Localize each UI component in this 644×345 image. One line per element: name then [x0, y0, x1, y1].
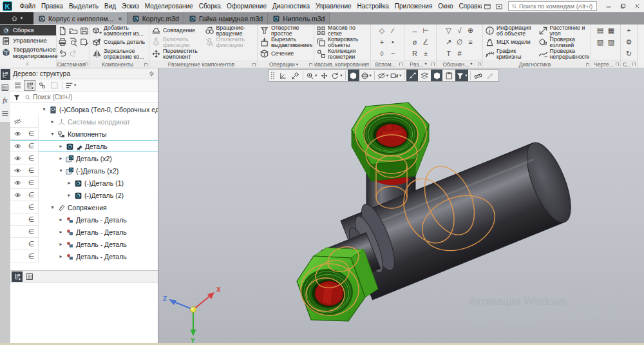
undo-icon[interactable] [57, 48, 68, 59]
expander-icon[interactable]: ▸ [50, 119, 55, 124]
hatch-icon[interactable]: ≡ [465, 37, 476, 48]
menu-item-2[interactable]: Выделить [66, 0, 101, 12]
add-feature-icon[interactable]: + [623, 25, 634, 36]
text-icon[interactable]: T [443, 48, 454, 59]
expander-icon[interactable]: ▸ [66, 192, 72, 198]
new-drawing-icon[interactable]: ▤ [595, 25, 606, 36]
tree-node[interactable]: ▾Компоненты [39, 128, 158, 140]
hide-objects-button[interactable]: ▾ [377, 70, 389, 81]
tree-node[interactable]: ▸(-)Деталь (1) [39, 177, 158, 189]
rotate-view-button[interactable]: ▾ [330, 70, 343, 81]
expander-icon[interactable]: ▸ [66, 180, 72, 186]
menu-item-4[interactable]: Эскиз [119, 0, 142, 12]
tree-node[interactable]: ▾(-)Деталь (x2) [39, 164, 158, 177]
close-tab-icon[interactable]: × [118, 15, 122, 23]
document-tab-3[interactable]: Ниппель.m3d [268, 12, 330, 25]
menu-item-8[interactable]: Диагностика [269, 0, 312, 12]
visibility-cell[interactable] [10, 177, 24, 189]
visibility-cell[interactable] [10, 201, 24, 213]
appearance-button[interactable] [431, 70, 442, 81]
auto-dimension-icon[interactable]: ↔ [410, 25, 421, 36]
group-pin-icon[interactable] [366, 63, 369, 66]
group-pin-icon[interactable] [431, 63, 435, 66]
menu-item-10[interactable]: Настройка [354, 0, 392, 12]
tree-relations-icon[interactable] [36, 80, 48, 91]
membership-cell[interactable]: ∈ [24, 140, 39, 152]
expander-icon[interactable]: ▸ [58, 229, 64, 235]
tree-bottom-tab-1[interactable] [24, 271, 35, 282]
visibility-cell[interactable] [10, 128, 24, 140]
visibility-cell[interactable] [10, 140, 24, 152]
group-pin-icon[interactable] [144, 63, 147, 66]
expander-icon[interactable]: ▾ [41, 106, 47, 112]
tree-item-12[interactable]: ∈▸Деталь - Деталь [10, 250, 158, 262]
expander-icon[interactable]: ▾ [58, 168, 64, 173]
minimize-button[interactable] [601, 0, 616, 12]
visibility-cell[interactable] [10, 250, 24, 262]
tree-item-7[interactable]: ∈▸(-)Деталь (2) [10, 189, 158, 201]
save-icon[interactable] [79, 25, 90, 36]
construction-axis-icon[interactable]: ∕ [388, 25, 399, 36]
toolbar-drag-handle[interactable] [270, 72, 275, 80]
group-dropdown-icon[interactable]: ▾ [470, 62, 472, 66]
grid-array-button[interactable]: Массив по сетке [316, 25, 369, 37]
main-menu-icon[interactable] [1, 108, 10, 119]
tree-node[interactable]: ▸Системы координат [39, 115, 158, 128]
zoom-button[interactable]: ▾ [305, 70, 317, 81]
menu-item-5[interactable]: Моделирование [142, 0, 196, 12]
membership-cell[interactable]: ∈ [24, 226, 39, 238]
menu-item-11[interactable]: Приложения [392, 0, 435, 12]
diameter-dimension-icon[interactable]: ⌀ [410, 37, 421, 48]
settings-feature-icon[interactable]: ⚙ [623, 37, 634, 48]
report-icon[interactable]: ▨ [606, 37, 617, 48]
expander-icon[interactable]: ▸ [58, 241, 64, 247]
ribbon-category-2[interactable]: Твердотельное моделирование [0, 46, 56, 60]
document-tab-1[interactable]: Корпус.m3d [128, 12, 184, 25]
linear-dimension-icon[interactable]: ⊢ [421, 25, 431, 36]
rotation-mate-button[interactable]: Вращение-вращение [204, 25, 256, 37]
menu-item-12[interactable]: Окно [435, 0, 456, 12]
view-orientation-button[interactable] [289, 70, 301, 81]
variables-panel-icon[interactable]: fx [1, 95, 10, 106]
tree-search-input[interactable] [33, 94, 158, 101]
membership-cell[interactable]: ∈ [24, 164, 39, 177]
close-button[interactable] [630, 0, 644, 12]
table-icon[interactable]: # [454, 48, 465, 59]
leader-icon[interactable]: ↗ [443, 37, 454, 48]
document-tab-0[interactable]: Корпус с ниппелям...× [33, 12, 128, 25]
orientation-cube-button[interactable] [277, 70, 289, 81]
copy-objects-button[interactable]: Копировать объекты [316, 37, 369, 48]
tree-sequence-icon[interactable] [12, 80, 23, 91]
geometry-collection-button[interactable]: Коллекция геометрии [316, 48, 369, 60]
tree-item-5[interactable]: ∈▾(-)Деталь (x2) [10, 164, 158, 177]
curvature-graph-button[interactable]: График кривизны [484, 48, 536, 60]
menu-item-6[interactable]: Сборка [196, 0, 223, 12]
tree-node[interactable]: ▸Деталь (x2) [39, 152, 158, 164]
expander-icon[interactable]: ▸ [58, 143, 64, 149]
ribbon-category-0[interactable]: Сборка [0, 25, 56, 35]
cut-extrude-button[interactable]: Вырезать выдавливанием [259, 37, 312, 48]
snap-button[interactable] [406, 70, 418, 81]
membership-cell[interactable]: ∈ [24, 250, 39, 262]
tree-node[interactable]: ▸Деталь - Деталь [39, 213, 158, 226]
tree-item-4[interactable]: ∈▸Деталь (x2) [10, 152, 158, 164]
expander-icon[interactable]: ▾ [50, 131, 55, 137]
ribbon-category-1[interactable]: Управление [0, 35, 56, 46]
tree-item-2[interactable]: ∈▾Компоненты [10, 128, 158, 140]
local-csys-icon[interactable]: + [377, 37, 388, 48]
construction-point-icon[interactable]: • [388, 37, 399, 48]
visibility-cell[interactable] [10, 226, 24, 238]
construction-grid-button[interactable] [419, 70, 430, 81]
group-pin-icon[interactable] [252, 63, 256, 66]
annotate-button[interactable] [485, 70, 497, 81]
save-as-icon[interactable] [79, 37, 90, 48]
visibility-cell[interactable] [10, 115, 24, 128]
mirror-component-button[interactable]: Зеркальное отражение ко... [91, 48, 147, 60]
group-pin-icon[interactable] [478, 63, 481, 66]
tree-node[interactable]: ▸Деталь [39, 140, 158, 152]
tree-item-8[interactable]: ∈▾Сопряжения [10, 201, 158, 213]
tree-item-11[interactable]: ∈▸Деталь - Деталь [10, 238, 158, 250]
radial-dimension-icon[interactable]: R [410, 48, 421, 59]
command-search[interactable] [508, 1, 597, 11]
3d-viewport[interactable]: Z X Y ▾▾▾▾▾▾ Активация Windows Чтобы акт… [158, 68, 644, 343]
